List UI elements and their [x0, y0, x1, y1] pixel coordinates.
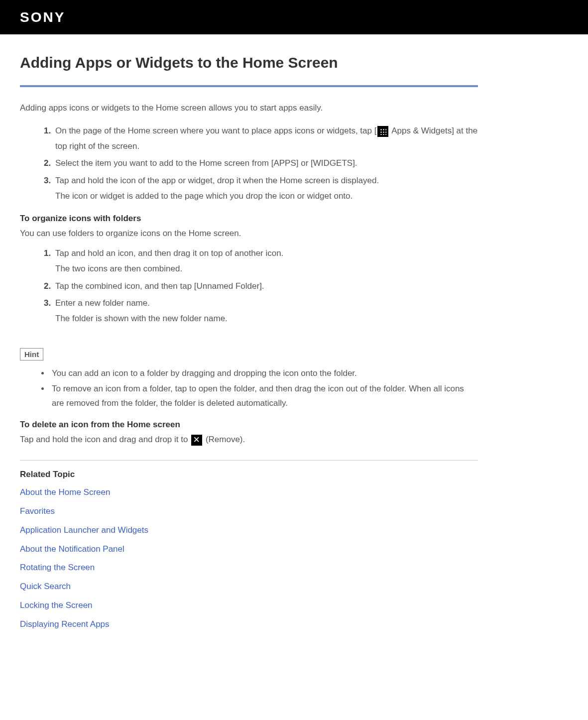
organize-step-3-line2: The folder is shown with the new folder … [55, 311, 478, 327]
hint-2: To remove an icon from a folder, tap to … [50, 382, 478, 411]
apps-widgets-icon [377, 126, 388, 137]
related-link-locking-screen[interactable]: Locking the Screen [20, 600, 478, 611]
organize-intro: You can use folders to organize icons on… [20, 227, 478, 240]
main-steps-list: On the page of the Home screen where you… [20, 123, 478, 204]
divider [20, 460, 478, 461]
related-link-recent-apps[interactable]: Displaying Recent Apps [20, 618, 478, 630]
organize-step-2: Tap the combined icon, and then tap [Unn… [53, 279, 478, 294]
organize-step-1-line1: Tap and hold an icon, and then drag it o… [55, 246, 478, 261]
related-link-rotating-screen[interactable]: Rotating the Screen [20, 562, 478, 574]
intro-text: Adding apps icons or widgets to the Home… [20, 101, 478, 115]
organize-steps-list: Tap and hold an icon, and then drag it o… [20, 246, 478, 326]
organize-step-3-line1: Enter a new folder name. [55, 296, 478, 311]
hint-label: Hint [20, 348, 43, 360]
remove-icon [191, 435, 202, 446]
organize-heading: To organize icons with folders [20, 214, 478, 224]
related-link-favorites[interactable]: Favorites [20, 505, 478, 517]
step-3-line2: The icon or widget is added to the page … [55, 189, 478, 204]
hint-list: You can add an icon to a folder by dragg… [20, 366, 478, 411]
organize-step-1: Tap and hold an icon, and then drag it o… [53, 246, 478, 276]
organize-step-1-line2: The two icons are then combined. [55, 261, 478, 277]
organize-step-3: Enter a new folder name. The folder is s… [53, 296, 478, 326]
step-3: Tap and hold the icon of the app or widg… [53, 173, 478, 204]
delete-heading: To delete an icon from the Home screen [20, 420, 478, 430]
main-content: Adding Apps or Widgets to the Home Scree… [0, 34, 498, 647]
related-link-home-screen[interactable]: About the Home Screen [20, 486, 478, 498]
related-links: About the Home Screen Favorites Applicat… [20, 486, 478, 630]
header: SONY [0, 0, 588, 34]
related-link-quick-search[interactable]: Quick Search [20, 581, 478, 593]
step-1-text-pre: On the page of the Home screen where you… [55, 126, 376, 135]
related-link-app-launcher[interactable]: Application Launcher and Widgets [20, 524, 478, 536]
page-title: Adding Apps or Widgets to the Home Scree… [20, 54, 478, 87]
step-3-line1: Tap and hold the icon of the app or widg… [55, 173, 478, 189]
delete-text-pre: Tap and hold the icon and drag and drop … [20, 435, 190, 444]
sony-logo: SONY [20, 9, 65, 25]
related-topic-heading: Related Topic [20, 470, 478, 480]
step-2: Select the item you want to add to the H… [53, 156, 478, 171]
step-1: On the page of the Home screen where you… [53, 123, 478, 154]
delete-text-post: (Remove). [203, 435, 245, 444]
delete-text: Tap and hold the icon and drag and drop … [20, 433, 478, 446]
related-link-notification-panel[interactable]: About the Notification Panel [20, 543, 478, 555]
hint-1: You can add an icon to a folder by dragg… [50, 366, 478, 381]
